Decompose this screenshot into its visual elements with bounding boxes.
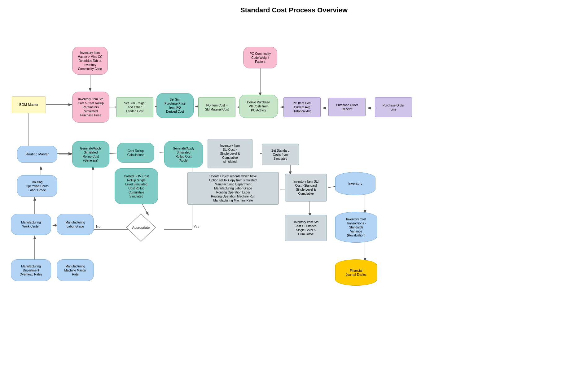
gen-apply-rollup-gen-node: Generate/Apply Simulated Rollup Cost (Ge… xyxy=(72,141,109,167)
purchase-order-line-node: Purchase Order Line xyxy=(375,97,412,117)
set-sim-freight-node: Set Sim Freight and Other Landed Cost xyxy=(116,97,153,117)
svg-text:Yes: Yes xyxy=(194,225,199,228)
mfg-dept-overhead-node: Manufacturing Department Overhead Rates xyxy=(11,259,51,281)
inv-std-cost-standard-node: Inventory Item Std Cost >Standard Single… xyxy=(285,174,327,202)
mfg-labor-grade-node: Manufacturing Labor Grade xyxy=(57,214,94,235)
po-commodity-node: PO Commodity Code Weight Factors xyxy=(243,47,277,68)
purchase-order-receipt-node: Purchase Order Receipt xyxy=(328,98,366,116)
gen-apply-rollup-apply-node: Generate/Apply Simulated Rollup Cost (Ap… xyxy=(164,141,203,167)
svg-text:No: No xyxy=(96,225,100,228)
page-title: Standard Cost Process Overview xyxy=(0,0,588,17)
set-sim-purchase-node: Set Sim Purchase Price from PO Derived C… xyxy=(156,93,194,118)
inv-std-cost-rollup-node: Inventory Item Std Cost > Cost Rollup Pa… xyxy=(72,92,109,123)
set-std-from-sim-node: Set Standard Costs from Simulated xyxy=(262,144,299,165)
po-item-cost-std-node: PO Item Cost > Std Material Cost xyxy=(198,97,235,117)
bom-master-node: BOM Master xyxy=(12,96,46,113)
inv-std-cost-single-node: Inventory Item Std Cost > Single Level &… xyxy=(208,139,252,168)
inv-std-cost-historical-node: Inventory Item Std Cost > Historical Sin… xyxy=(285,215,327,241)
po-item-cost-avg-node: PO Item Cost Current Avg Historical Avg xyxy=(283,97,321,117)
diagram: Yes No Inventory Item Master > Misc CC O… xyxy=(0,17,588,389)
inv-cost-transactions-node: Inventory Cost Transactions - Standards … xyxy=(335,212,377,243)
appropriate-diamond-node: Appropriate xyxy=(125,213,156,242)
svg-text:Appropriate: Appropriate xyxy=(132,226,150,229)
financial-journal-node: Financial Journal Entries xyxy=(335,259,377,286)
mfg-work-center-node: Manufacturing Work Center xyxy=(11,214,51,235)
derive-purchase-node: Derive Purchase Mtl Costs from PO Activi… xyxy=(239,95,278,118)
cost-rollup-calc-node: Cost Rollup Calculations xyxy=(117,143,154,163)
mfg-machine-master-node: Manufacturing Machine Master Rate xyxy=(57,259,94,281)
routing-master-node: Routing Master xyxy=(17,146,57,163)
update-object-node: Update Object records which have Option … xyxy=(187,172,279,205)
costed-bom-node: Costed BOM Cost Rollup Single Level Simu… xyxy=(115,168,158,204)
inv-item-master-node: Inventory Item Master > Misc CC Override… xyxy=(72,47,108,75)
routing-op-hours-node: Routing Operation Hours Labor Grade xyxy=(17,175,57,197)
inventory-node: Inventory xyxy=(335,172,375,195)
